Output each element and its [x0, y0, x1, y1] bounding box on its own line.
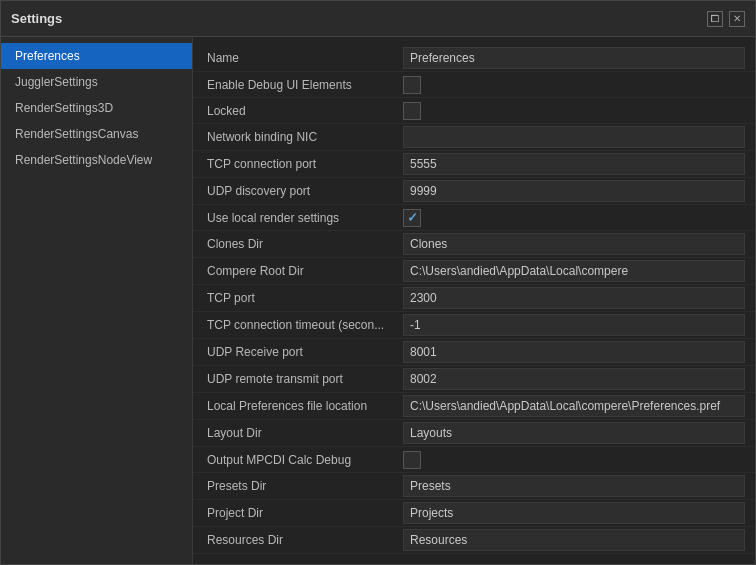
value-udp-remote-transmit-port[interactable]: 8002: [403, 368, 745, 390]
row-udp-discovery-port: UDP discovery port9999: [193, 178, 755, 205]
label-local-prefs-location: Local Preferences file location: [207, 399, 403, 413]
row-output-mpcdi: Output MPCDI Calc Debug: [193, 447, 755, 473]
label-layout-dir: Layout Dir: [207, 426, 403, 440]
content-area: PreferencesJugglerSettingsRenderSettings…: [1, 37, 755, 564]
value-udp-discovery-port[interactable]: 9999: [403, 180, 745, 202]
main-panel: NamePreferencesEnable Debug UI ElementsL…: [193, 37, 755, 564]
sidebar-item-render-settings-nodeview[interactable]: RenderSettingsNodeView: [1, 147, 192, 173]
value-local-prefs-location[interactable]: C:\Users\andied\AppData\Local\compere\Pr…: [403, 395, 745, 417]
label-tcp-connection-port: TCP connection port: [207, 157, 403, 171]
value-presets-dir[interactable]: Presets: [403, 475, 745, 497]
checkbox-locked[interactable]: [403, 102, 421, 120]
value-tcp-port[interactable]: 2300: [403, 287, 745, 309]
sidebar: PreferencesJugglerSettingsRenderSettings…: [1, 37, 193, 564]
row-tcp-connection-timeout: TCP connection timeout (secon...-1: [193, 312, 755, 339]
row-use-local-render: Use local render settings: [193, 205, 755, 231]
label-network-binding: Network binding NIC: [207, 130, 403, 144]
label-udp-discovery-port: UDP discovery port: [207, 184, 403, 198]
label-name: Name: [207, 51, 403, 65]
label-enable-debug: Enable Debug UI Elements: [207, 78, 403, 92]
row-presets-dir: Presets DirPresets: [193, 473, 755, 500]
label-tcp-port: TCP port: [207, 291, 403, 305]
value-clones-dir[interactable]: Clones: [403, 233, 745, 255]
value-network-binding[interactable]: [403, 126, 745, 148]
row-project-dir: Project DirProjects: [193, 500, 755, 527]
label-locked: Locked: [207, 104, 403, 118]
row-tcp-connection-port: TCP connection port5555: [193, 151, 755, 178]
label-clones-dir: Clones Dir: [207, 237, 403, 251]
label-udp-receive-port: UDP Receive port: [207, 345, 403, 359]
sidebar-item-juggler-settings[interactable]: JugglerSettings: [1, 69, 192, 95]
label-use-local-render: Use local render settings: [207, 211, 403, 225]
sidebar-item-preferences[interactable]: Preferences: [1, 43, 192, 69]
row-network-binding: Network binding NIC: [193, 124, 755, 151]
titlebar: Settings ⧠ ✕: [1, 1, 755, 37]
row-name: NamePreferences: [193, 45, 755, 72]
row-local-prefs-location: Local Preferences file locationC:\Users\…: [193, 393, 755, 420]
label-udp-remote-transmit-port: UDP remote transmit port: [207, 372, 403, 386]
value-project-dir[interactable]: Projects: [403, 502, 745, 524]
value-resources-dir[interactable]: Resources: [403, 529, 745, 551]
checkbox-output-mpcdi[interactable]: [403, 451, 421, 469]
row-locked: Locked: [193, 98, 755, 124]
value-name[interactable]: Preferences: [403, 47, 745, 69]
label-project-dir: Project Dir: [207, 506, 403, 520]
sidebar-item-render-settings-canvas[interactable]: RenderSettingsCanvas: [1, 121, 192, 147]
row-enable-debug: Enable Debug UI Elements: [193, 72, 755, 98]
row-udp-remote-transmit-port: UDP remote transmit port8002: [193, 366, 755, 393]
checkbox-enable-debug[interactable]: [403, 76, 421, 94]
row-compere-root-dir: Compere Root DirC:\Users\andied\AppData\…: [193, 258, 755, 285]
value-layout-dir[interactable]: Layouts: [403, 422, 745, 444]
sidebar-item-render-settings-3d[interactable]: RenderSettings3D: [1, 95, 192, 121]
settings-window: Settings ⧠ ✕ PreferencesJugglerSettingsR…: [0, 0, 756, 565]
label-resources-dir: Resources Dir: [207, 533, 403, 547]
label-compere-root-dir: Compere Root Dir: [207, 264, 403, 278]
close-button[interactable]: ✕: [729, 11, 745, 27]
label-output-mpcdi: Output MPCDI Calc Debug: [207, 453, 403, 467]
restore-button[interactable]: ⧠: [707, 11, 723, 27]
row-udp-receive-port: UDP Receive port8001: [193, 339, 755, 366]
value-udp-receive-port[interactable]: 8001: [403, 341, 745, 363]
label-tcp-connection-timeout: TCP connection timeout (secon...: [207, 318, 403, 332]
row-clones-dir: Clones DirClones: [193, 231, 755, 258]
row-tcp-port: TCP port2300: [193, 285, 755, 312]
label-presets-dir: Presets Dir: [207, 479, 403, 493]
row-resources-dir: Resources DirResources: [193, 527, 755, 554]
window-title: Settings: [11, 11, 62, 26]
row-layout-dir: Layout DirLayouts: [193, 420, 755, 447]
value-tcp-connection-timeout[interactable]: -1: [403, 314, 745, 336]
value-compere-root-dir[interactable]: C:\Users\andied\AppData\Local\compere: [403, 260, 745, 282]
value-tcp-connection-port[interactable]: 5555: [403, 153, 745, 175]
checkbox-use-local-render[interactable]: [403, 209, 421, 227]
titlebar-controls: ⧠ ✕: [707, 11, 745, 27]
